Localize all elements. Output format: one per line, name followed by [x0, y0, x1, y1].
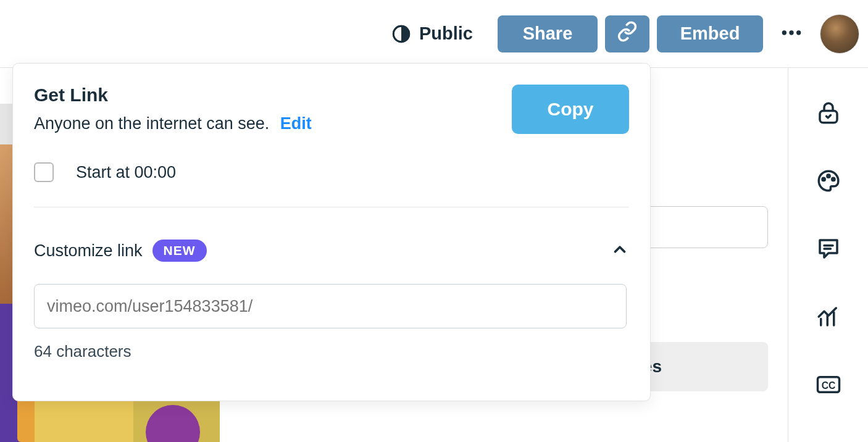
- top-bar: Public Share Embed: [0, 0, 868, 68]
- more-horizontal-icon: [779, 20, 804, 48]
- avatar[interactable]: [820, 14, 859, 54]
- privacy-indicator[interactable]: Public: [391, 23, 473, 44]
- more-menu-button[interactable]: [775, 18, 807, 50]
- privacy-label: Public: [419, 23, 473, 44]
- popup-subtitle: Anyone on the internet can see. Edit: [34, 114, 312, 133]
- link-icon: [617, 21, 638, 46]
- share-button[interactable]: Share: [498, 15, 598, 52]
- svg-point-3: [789, 30, 793, 35]
- svg-point-7: [827, 175, 829, 177]
- right-icon-rail: CC: [788, 68, 868, 442]
- copy-link-button[interactable]: [605, 15, 649, 52]
- analytics-icon[interactable]: [816, 304, 841, 330]
- embed-button[interactable]: Embed: [657, 15, 763, 52]
- globe-icon: [391, 23, 412, 44]
- copy-button[interactable]: Copy: [512, 85, 629, 134]
- popup-title: Get Link: [34, 85, 312, 106]
- comment-icon[interactable]: [816, 236, 841, 262]
- svg-point-6: [822, 178, 825, 180]
- svg-point-8: [832, 178, 834, 180]
- start-at-label: Start at 00:00: [76, 163, 176, 182]
- edit-privacy-link[interactable]: Edit: [280, 114, 312, 133]
- customize-link-label: Customize link: [34, 241, 143, 261]
- chevron-up-icon: [611, 250, 629, 261]
- char-count-label: 64 characters: [34, 342, 629, 361]
- custom-link-input[interactable]: [34, 284, 627, 328]
- get-link-popup: Get Link Anyone on the internet can see.…: [12, 63, 651, 401]
- new-badge: NEW: [152, 240, 207, 262]
- svg-point-2: [782, 30, 787, 35]
- background-thumbnail-bottom: [35, 400, 220, 442]
- start-at-checkbox[interactable]: [34, 162, 54, 182]
- svg-text:CC: CC: [821, 380, 835, 391]
- collapse-toggle[interactable]: [611, 240, 629, 261]
- captions-icon[interactable]: CC: [816, 372, 841, 398]
- svg-point-4: [796, 30, 801, 35]
- privacy-lock-icon[interactable]: [816, 100, 841, 126]
- palette-icon[interactable]: [816, 168, 841, 194]
